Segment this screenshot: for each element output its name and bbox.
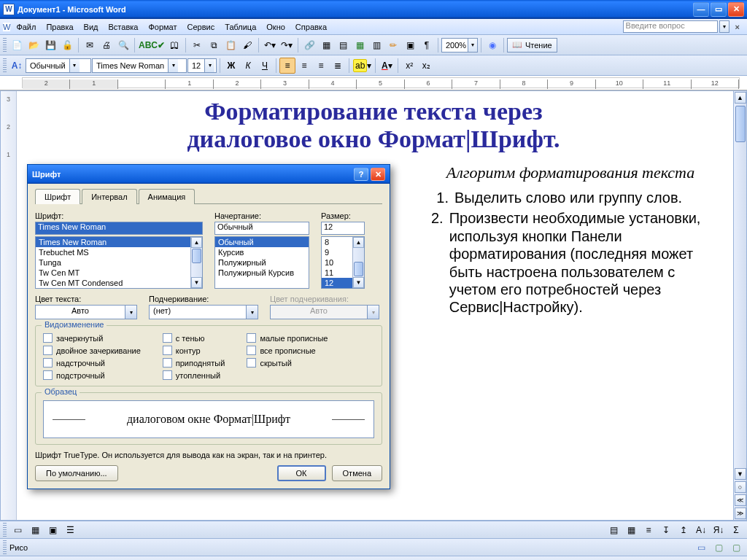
style-value[interactable]: Обычный (26, 61, 69, 70)
checkbox-icon[interactable] (163, 346, 172, 355)
new-doc-button[interactable]: 📄 (9, 37, 25, 53)
font-color-combo[interactable]: Авто ▾ (35, 305, 137, 319)
highlight-button[interactable]: ab▾ (352, 58, 372, 74)
align-left-button[interactable]: ≡ (279, 58, 295, 74)
scroll-down-button[interactable]: ▼ (735, 468, 746, 480)
print-preview-button[interactable]: 🔍 (115, 37, 131, 53)
menu-help[interactable]: Справка (291, 21, 331, 33)
font-option[interactable]: Tw Cen MT (36, 268, 202, 278)
checkbox-icon[interactable] (43, 333, 53, 343)
print-button[interactable]: 🖨 (98, 37, 115, 53)
horizontal-ruler[interactable]: 21123456789101112 (0, 76, 747, 90)
scroll-thumb[interactable] (354, 262, 363, 276)
window-minimize-button[interactable]: — (693, 2, 709, 17)
chevron-down-icon[interactable]: ▾ (246, 306, 258, 319)
vertical-scrollbar[interactable]: ▲ ▼ ○ ≪ ≫ (733, 91, 746, 520)
xtool-1[interactable]: ▤ (605, 522, 622, 538)
tab-animation[interactable]: Анимация (139, 189, 196, 204)
menubar-close-icon[interactable]: × (731, 23, 744, 31)
undo-button[interactable]: ↶▾ (262, 37, 278, 53)
menu-view[interactable]: Вид (80, 21, 103, 33)
checkbox-icon[interactable] (163, 358, 172, 368)
browse-select-button[interactable]: ○ (735, 481, 746, 493)
align-justify-button[interactable]: ≣ (330, 58, 346, 74)
cancel-button[interactable]: Отмена (332, 465, 382, 481)
toolbar-grip-icon[interactable] (3, 58, 7, 73)
checkbox-icon[interactable] (43, 370, 53, 380)
scroll-thumb[interactable] (735, 106, 746, 142)
font-option[interactable]: Times New Roman (36, 237, 202, 247)
shape-rect-icon[interactable]: ▭ (693, 540, 709, 556)
help-button[interactable]: ◉ (484, 37, 500, 53)
menu-file[interactable]: Файл (12, 21, 40, 33)
format-painter-button[interactable]: 🖌 (239, 37, 255, 53)
scroll-thumb[interactable] (192, 249, 201, 263)
effect-checkbox[interactable]: зачеркнутый (43, 333, 141, 343)
font-option[interactable]: Tw Cen MT Condensed (36, 278, 202, 288)
chevron-down-icon[interactable]: ▾ (69, 59, 80, 72)
menu-edit[interactable]: Правка (42, 21, 77, 33)
style-option[interactable]: Полужирный Курсив (215, 268, 309, 278)
fontsize-combo[interactable]: 12 ▾ (187, 58, 217, 73)
font-option[interactable]: Trebuchet MS (36, 247, 202, 257)
permission-button[interactable]: 🔓 (59, 37, 75, 53)
checkbox-icon[interactable] (247, 333, 256, 343)
style-option[interactable]: Полужирный (215, 257, 309, 268)
window-close-button[interactable]: ✕ (728, 2, 744, 17)
dialog-help-button[interactable]: ? (354, 168, 368, 181)
fontsize-value[interactable]: 12 (188, 61, 204, 70)
font-size-input[interactable]: 12 (321, 222, 365, 235)
zoom-combo[interactable]: 200% ▾ (441, 38, 478, 52)
hyperlink-button[interactable]: 🔗 (301, 37, 317, 53)
italic-button[interactable]: К (240, 58, 256, 74)
vertical-ruler[interactable]: 321 (1, 91, 17, 520)
font-value[interactable]: Times New Roman (93, 61, 168, 70)
style-option[interactable]: Обычный (215, 237, 309, 247)
doc-map-button[interactable]: ▣ (402, 37, 418, 53)
listbox-scrollbar[interactable]: ▲ ▼ (352, 237, 364, 288)
show-formatting-button[interactable]: ¶ (419, 37, 435, 53)
scroll-up-icon[interactable]: ▲ (353, 237, 364, 248)
view-outline-button[interactable]: ☰ (62, 522, 78, 538)
chevron-down-icon[interactable]: ▾ (168, 59, 178, 72)
sort-asc-button[interactable]: A↓ (693, 522, 709, 538)
checkbox-icon[interactable] (43, 358, 53, 368)
research-button[interactable]: 🕮 (166, 37, 182, 53)
columns-button[interactable]: ▥ (368, 37, 384, 53)
font-combo[interactable]: Times New Roman ▾ (92, 58, 187, 73)
styles-pane-button[interactable]: A↕ (9, 58, 25, 74)
bold-button[interactable]: Ж (223, 58, 239, 74)
view-normal-button[interactable]: ▭ (9, 522, 26, 538)
view-print-button[interactable]: ▣ (44, 522, 61, 538)
reading-mode-button[interactable]: 📖 Чтение (507, 38, 557, 52)
font-style-listbox[interactable]: ОбычныйКурсивПолужирныйПолужирный Курсив (214, 236, 309, 289)
xtool-2[interactable]: ▦ (623, 522, 639, 538)
align-right-button[interactable]: ≡ (313, 58, 329, 74)
menu-format[interactable]: Формат (144, 21, 181, 33)
autosum-button[interactable]: Σ (728, 522, 744, 538)
checkbox-icon[interactable] (163, 333, 172, 343)
zoom-value[interactable]: 200% (442, 41, 468, 50)
tables-borders-button[interactable]: ▦ (318, 37, 334, 53)
font-size-listbox[interactable]: 89101112 ▲ ▼ (321, 236, 365, 289)
cut-button[interactable]: ✂ (189, 37, 205, 53)
shape-square2-icon[interactable]: ▢ (728, 540, 744, 556)
insert-table-button[interactable]: ▤ (335, 37, 351, 53)
view-web-button[interactable]: ▦ (27, 522, 43, 538)
dialog-titlebar[interactable]: Шрифт ? ✕ (28, 165, 390, 184)
paste-button[interactable]: 📋 (222, 37, 239, 53)
effect-checkbox[interactable]: двойное зачеркивание (43, 346, 141, 355)
underline-combo[interactable]: (нет) ▾ (149, 305, 258, 319)
window-maximize-button[interactable]: ▭ (711, 2, 727, 17)
ask-question-input[interactable]: Введите вопрос (623, 20, 718, 33)
sort-desc-button[interactable]: Я↓ (711, 522, 727, 538)
chevron-down-icon[interactable]: ▾ (204, 59, 214, 72)
ask-dropdown-icon[interactable]: ▾ (719, 20, 729, 33)
toolbar-grip-icon[interactable] (3, 38, 7, 52)
effect-checkbox[interactable]: утопленный (163, 370, 225, 380)
menu-insert[interactable]: Вставка (104, 21, 143, 33)
copy-button[interactable]: ⧉ (206, 37, 222, 53)
tab-font[interactable]: Шрифт (35, 189, 80, 204)
chevron-down-icon[interactable]: ▾ (125, 306, 136, 319)
scroll-up-button[interactable]: ▲ (735, 92, 746, 104)
